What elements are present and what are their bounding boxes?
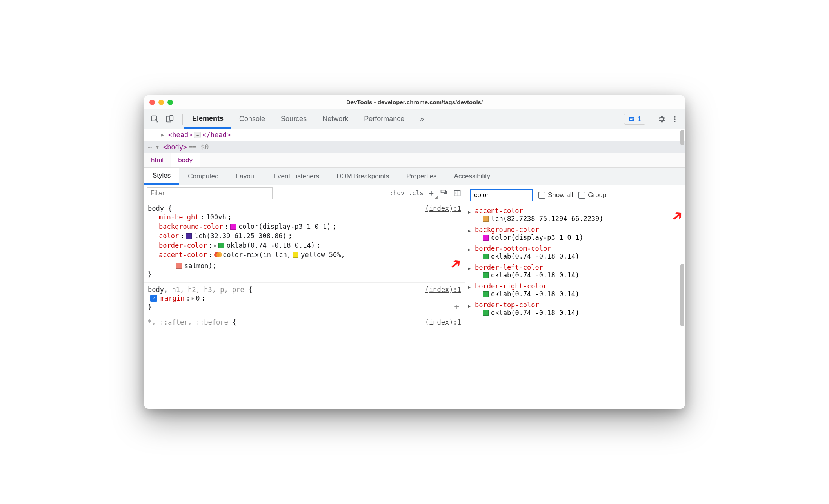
checkbox-checked-icon[interactable]: ✓: [150, 295, 157, 302]
source-link[interactable]: (index):1: [425, 205, 461, 212]
expand-icon[interactable]: ▶: [161, 132, 167, 138]
css-rule: *, ::after, ::before { (index):1: [144, 315, 465, 330]
expand-icon[interactable]: ▶: [468, 303, 471, 309]
tab-network[interactable]: Network: [315, 109, 356, 129]
expand-icon[interactable]: ▶: [468, 247, 471, 252]
crumb-html[interactable]: html: [144, 153, 171, 167]
sidebar-toggle-icon[interactable]: [453, 189, 462, 198]
more-icon[interactable]: [670, 114, 680, 124]
color-swatch-icon[interactable]: [186, 233, 192, 239]
close-icon[interactable]: [149, 100, 155, 105]
color-swatch-icon[interactable]: [483, 216, 489, 222]
show-all-checkbox[interactable]: Show all: [538, 191, 573, 199]
svg-rect-4: [630, 118, 633, 119]
css-property[interactable]: min-height: 100vh;: [159, 212, 461, 222]
console-ref: == $0: [189, 143, 209, 151]
tab-performance[interactable]: Performance: [356, 109, 412, 129]
issues-count: 1: [638, 115, 641, 123]
computed-property[interactable]: ▶ accent-color lch(82.7238 75.1294 66.22…: [465, 205, 685, 224]
subtab-properties[interactable]: Properties: [398, 168, 445, 185]
new-rule-button[interactable]: ＋: [427, 188, 435, 198]
computed-body: ▶ accent-color lch(82.7238 75.1294 66.22…: [465, 205, 685, 409]
css-property[interactable]: accent-color: color-mix(in lch, yellow 5…: [159, 250, 461, 270]
main-toolbar: Elements Console Sources Network Perform…: [144, 109, 685, 129]
svg-point-7: [674, 118, 675, 120]
subtab-computed[interactable]: Computed: [179, 168, 227, 185]
dom-tag: <body>: [163, 143, 187, 151]
tab-sources[interactable]: Sources: [273, 109, 315, 129]
css-selector[interactable]: body: [148, 205, 164, 212]
brace-close: }: [148, 270, 461, 278]
group-checkbox[interactable]: Group: [578, 191, 606, 199]
expand-icon[interactable]: ▼: [156, 144, 162, 150]
subtab-accessibility[interactable]: Accessibility: [445, 168, 499, 185]
expand-shorthand-icon[interactable]: ▶: [192, 296, 195, 301]
css-property[interactable]: ✓ margin: ▶ 0;: [159, 294, 461, 303]
color-swatch-icon[interactable]: [483, 272, 489, 278]
tabs-overflow[interactable]: »: [412, 109, 432, 129]
css-selector[interactable]: body: [148, 286, 164, 294]
color-swatch-icon[interactable]: [483, 310, 489, 316]
color-mix-swatch-icon[interactable]: [214, 251, 221, 258]
color-swatch-icon[interactable]: [483, 254, 489, 259]
device-toggle-icon[interactable]: [165, 114, 175, 124]
hov-toggle[interactable]: :hov: [389, 189, 405, 197]
color-swatch-icon[interactable]: [483, 291, 489, 297]
color-swatch-icon[interactable]: [293, 252, 298, 258]
scrollbar[interactable]: [680, 130, 684, 145]
source-link[interactable]: (index):1: [425, 286, 461, 294]
source-link[interactable]: (index):1: [425, 318, 461, 326]
dom-head-line[interactable]: ▶ <head> ⋯ </head>: [144, 129, 685, 141]
css-property[interactable]: color: lch(32.39 61.25 308.86);: [159, 231, 461, 241]
minimize-icon[interactable]: [158, 100, 164, 105]
css-property[interactable]: border-color: ▶ oklab(0.74 -0.18 0.14);: [159, 241, 461, 250]
crumb-body[interactable]: body: [171, 153, 200, 167]
dom-body-line[interactable]: ⋯ ▼ <body> == $0: [144, 141, 685, 153]
computed-property[interactable]: ▶ border-top-color oklab(0.74 -0.18 0.14…: [465, 299, 685, 318]
expand-icon[interactable]: ▶: [468, 228, 471, 234]
expand-icon[interactable]: ▶: [468, 266, 471, 271]
checkbox-icon: [538, 192, 545, 199]
subtab-event-listeners[interactable]: Event Listeners: [265, 168, 328, 185]
svg-rect-10: [454, 190, 460, 196]
gear-icon[interactable]: [657, 114, 666, 124]
computed-toolbar: Show all Group: [465, 185, 685, 205]
styles-toolbar: :hov .cls ＋: [144, 185, 465, 201]
subtab-layout[interactable]: Layout: [227, 168, 265, 185]
tab-console[interactable]: Console: [231, 109, 273, 129]
computed-property[interactable]: ▶ border-bottom-color oklab(0.74 -0.18 0…: [465, 243, 685, 262]
color-swatch-icon[interactable]: [230, 224, 236, 230]
color-swatch-icon[interactable]: [218, 243, 224, 248]
paint-format-icon[interactable]: [439, 189, 449, 198]
color-swatch-icon[interactable]: [176, 263, 182, 269]
svg-point-6: [674, 116, 675, 117]
subtab-styles[interactable]: Styles: [144, 168, 179, 185]
expand-shorthand-icon[interactable]: ▶: [214, 243, 217, 248]
inspect-icon[interactable]: [150, 114, 160, 124]
titlebar: DevTools - developer.chrome.com/tags/dev…: [144, 95, 685, 109]
maximize-icon[interactable]: [167, 100, 173, 105]
css-selector[interactable]: *: [148, 318, 152, 326]
issues-badge[interactable]: 1: [624, 114, 645, 125]
collapsed-icon[interactable]: ⋯: [194, 132, 201, 138]
scrollbar[interactable]: [680, 264, 684, 326]
color-swatch-icon[interactable]: [483, 235, 489, 241]
add-property-button[interactable]: ＋: [453, 301, 461, 312]
svg-rect-5: [630, 119, 632, 120]
computed-filter-input[interactable]: [470, 189, 533, 201]
cls-toggle[interactable]: .cls: [408, 189, 424, 197]
svg-rect-3: [629, 117, 634, 121]
selection-indicator-icon: ⋯: [148, 143, 155, 151]
tab-elements[interactable]: Elements: [184, 109, 231, 129]
separator: [651, 114, 651, 125]
computed-property[interactable]: ▶ background-color color(display-p3 1 0 …: [465, 224, 685, 243]
computed-property[interactable]: ▶ border-right-color oklab(0.74 -0.18 0.…: [465, 281, 685, 299]
toolbar-right: 1: [624, 114, 685, 125]
separator: [182, 114, 183, 125]
expand-icon[interactable]: ▶: [468, 209, 471, 215]
expand-icon[interactable]: ▶: [468, 285, 471, 290]
computed-property[interactable]: ▶ border-left-color oklab(0.74 -0.18 0.1…: [465, 262, 685, 281]
styles-filter-input[interactable]: [147, 187, 273, 199]
css-property[interactable]: background-color: color(display-p3 1 0 1…: [159, 222, 461, 231]
subtab-dom-breakpoints[interactable]: DOM Breakpoints: [328, 168, 398, 185]
